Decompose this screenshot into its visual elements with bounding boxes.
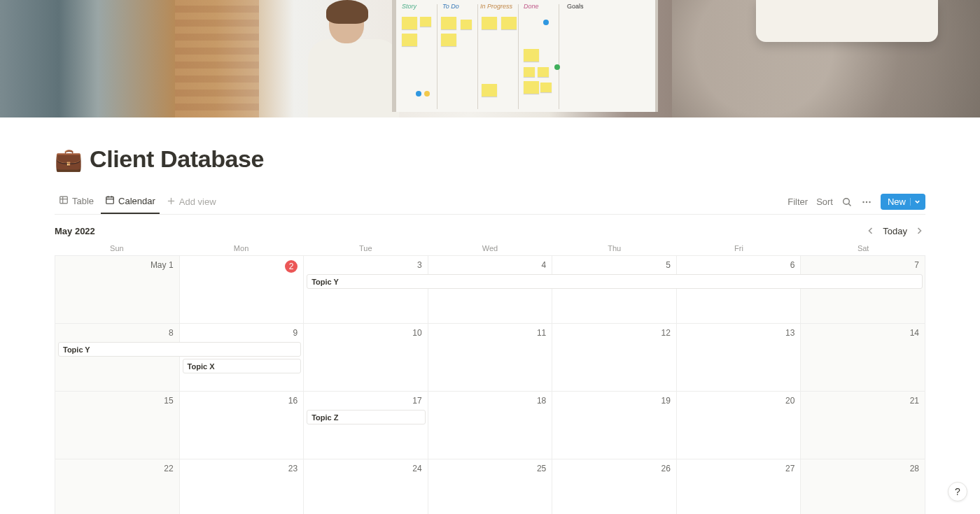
- calendar-week: 15161718192021Topic Z: [55, 392, 925, 459]
- day-number: 9: [293, 328, 298, 338]
- day-number: 8: [169, 328, 174, 338]
- day-number: 17: [412, 396, 421, 406]
- calendar-day[interactable]: 26: [552, 459, 677, 514]
- calendar-day[interactable]: 12: [552, 324, 677, 392]
- calendar-day[interactable]: 27: [677, 459, 802, 514]
- dow-label: Sat: [801, 243, 925, 254]
- calendar-day[interactable]: 21: [801, 392, 925, 459]
- add-view-label: Add view: [179, 197, 216, 207]
- day-number: 24: [412, 464, 421, 473]
- day-number: 23: [288, 464, 298, 473]
- view-tab-table-label: Table: [72, 196, 94, 206]
- new-button-label: New: [888, 197, 906, 207]
- day-number: 11: [537, 328, 546, 338]
- sort-button[interactable]: Sort: [816, 197, 833, 207]
- calendar-day[interactable]: 5: [552, 256, 677, 324]
- calendar-day[interactable]: May 1: [55, 256, 180, 324]
- prev-month-button[interactable]: [864, 224, 877, 237]
- calendar-day[interactable]: 11: [428, 324, 553, 392]
- calendar-day[interactable]: 10: [304, 324, 428, 392]
- svg-point-12: [866, 201, 867, 202]
- calendar-day[interactable]: 6: [677, 256, 802, 324]
- chevron-down-icon[interactable]: [910, 198, 921, 206]
- cover-lamp: [756, 0, 938, 42]
- cover-image: Story To Do In Progress Done Goals: [0, 0, 980, 117]
- more-icon[interactable]: [861, 197, 872, 208]
- view-tab-calendar[interactable]: Calendar: [101, 190, 160, 214]
- calendar-day[interactable]: 19: [552, 392, 677, 459]
- view-tab-calendar-label: Calendar: [118, 196, 155, 206]
- page-icon[interactable]: 💼: [55, 148, 83, 171]
- next-month-button[interactable]: [913, 224, 925, 237]
- calendar-day[interactable]: 15: [55, 392, 180, 459]
- svg-point-9: [844, 198, 850, 204]
- calendar-day[interactable]: 2: [180, 256, 304, 324]
- svg-point-11: [862, 201, 864, 202]
- calendar-day[interactable]: 25: [428, 459, 553, 514]
- day-number: May 1: [150, 260, 174, 270]
- calendar-month-label: May 2022: [55, 226, 95, 236]
- search-icon[interactable]: [841, 197, 853, 208]
- day-number: 7: [914, 260, 919, 270]
- day-number: 16: [288, 396, 298, 406]
- day-number: 15: [164, 396, 173, 406]
- calendar-day[interactable]: 22: [55, 459, 180, 514]
- dow-label: Thu: [552, 243, 677, 254]
- page-title[interactable]: Client Database: [90, 145, 264, 173]
- filter-button[interactable]: Filter: [788, 197, 808, 207]
- day-number: 10: [412, 328, 421, 338]
- add-view-button[interactable]: Add view: [162, 197, 220, 208]
- day-number: 14: [910, 328, 919, 338]
- calendar-header: May 2022 Today: [55, 222, 925, 240]
- day-number: 28: [910, 464, 919, 473]
- day-number: 3: [417, 260, 422, 270]
- day-number: 5: [666, 260, 671, 270]
- help-button[interactable]: ?: [948, 482, 967, 501]
- calendar-day[interactable]: 3: [304, 256, 428, 324]
- dow-label: Mon: [179, 243, 304, 254]
- calendar-day[interactable]: 7: [801, 256, 925, 324]
- day-number: 18: [537, 396, 546, 406]
- calendar-week: 891011121314Topic YTopic X: [55, 324, 925, 392]
- cover-person: [266, 0, 406, 117]
- calendar-day[interactable]: 24: [304, 459, 428, 514]
- calendar-grid: May 1234567Topic Y891011121314Topic YTop…: [55, 255, 925, 514]
- day-number: 20: [785, 396, 794, 406]
- today-button[interactable]: Today: [883, 226, 907, 236]
- calendar-day[interactable]: 16: [180, 392, 304, 459]
- calendar-day[interactable]: 8: [55, 324, 180, 392]
- calendar-icon: [105, 195, 115, 207]
- svg-point-13: [869, 201, 870, 202]
- dow-label: Wed: [428, 243, 552, 254]
- calendar-day[interactable]: 4: [428, 256, 553, 324]
- svg-line-10: [848, 204, 850, 206]
- day-number: 25: [537, 464, 546, 473]
- calendar-day[interactable]: 28: [801, 459, 925, 514]
- calendar-event[interactable]: Topic X: [183, 359, 302, 373]
- calendar-event[interactable]: Topic Y: [307, 274, 923, 289]
- calendar-day[interactable]: 14: [801, 324, 925, 392]
- calendar-day[interactable]: 18: [428, 392, 553, 459]
- view-tab-table[interactable]: Table: [55, 190, 98, 214]
- calendar-day[interactable]: 17: [304, 392, 428, 459]
- calendar-day[interactable]: 13: [677, 324, 802, 392]
- day-number: 4: [542, 260, 547, 270]
- calendar-event[interactable]: Topic Z: [307, 410, 426, 424]
- new-button[interactable]: New: [881, 194, 925, 210]
- calendar-week: May 1234567Topic Y: [55, 256, 925, 324]
- dow-label: Fri: [677, 243, 802, 254]
- table-icon: [59, 195, 69, 207]
- day-number: 19: [661, 396, 670, 406]
- plus-icon: [167, 197, 176, 208]
- calendar-day[interactable]: 20: [677, 392, 802, 459]
- calendar-event[interactable]: Topic Y: [58, 342, 301, 357]
- calendar-day[interactable]: 23: [180, 459, 304, 514]
- page-title-row: 💼 Client Database: [55, 145, 925, 173]
- cover-whiteboard: Story To Do In Progress Done Goals: [392, 0, 658, 112]
- calendar-day[interactable]: 9: [180, 324, 304, 392]
- calendar-week: 22232425262728: [55, 459, 925, 514]
- day-number: 27: [785, 464, 794, 473]
- dow-label: Sun: [55, 243, 179, 254]
- day-number: 22: [164, 464, 173, 473]
- day-number: 21: [910, 396, 919, 406]
